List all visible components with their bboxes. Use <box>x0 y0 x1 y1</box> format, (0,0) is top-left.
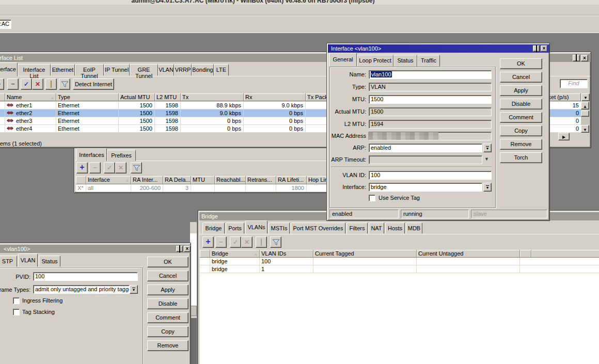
bridge-enable-button[interactable]: ✓ <box>230 236 241 248</box>
dialog-apply-button[interactable]: Apply <box>500 85 542 96</box>
name-field[interactable]: vlan100 <box>369 70 492 79</box>
bridge-tab-port-mst-overrides[interactable]: Port MST Overrides <box>291 223 345 234</box>
arp-select[interactable]: enabled <box>369 144 482 152</box>
dialog-tab-traffic[interactable]: Traffic <box>417 55 440 67</box>
bridge-filter-button[interactable] <box>270 236 281 248</box>
port-dialog-titlebar[interactable]: <vlan100> <box>0 245 191 253</box>
frame-types-select[interactable]: admit only untagged and priority tagged <box>33 285 130 294</box>
dialog-tab-loop-protect[interactable]: Loop Protect <box>357 55 393 67</box>
interface-dropdown-button[interactable]: ▼ <box>483 183 492 192</box>
il-comment-button[interactable] <box>45 78 57 90</box>
connect-address-field[interactable]: 7:AC <box>0 20 11 29</box>
il-tab-vlan[interactable]: VLAN <box>158 64 174 76</box>
nd-table-row[interactable]: X* all 200-600 3 1800 <box>76 184 360 192</box>
il-tab-bonding[interactable]: Bonding <box>192 64 214 76</box>
close-button[interactable]: × <box>581 55 588 61</box>
il-header-flags[interactable] <box>0 93 5 101</box>
vscroll-thumb[interactable] <box>581 110 589 117</box>
maximize-button[interactable] <box>573 55 580 61</box>
il-header-tx[interactable]: Tx <box>181 93 244 101</box>
il-header-type[interactable]: Type <box>56 93 119 101</box>
mtu-field[interactable]: 1500 <box>369 95 492 104</box>
hscroll-right-button[interactable]: ▶ <box>558 133 570 140</box>
arp-dropdown-button[interactable]: ▼ <box>483 144 492 152</box>
maximize-button[interactable] <box>533 45 540 52</box>
bridge-tab-mstis[interactable]: MSTIs <box>269 223 290 234</box>
il-tab-ip-tunnel[interactable]: IP Tunnel <box>104 64 130 76</box>
bridge-disable-button[interactable]: ✕ <box>241 236 253 248</box>
dialog-ok-button[interactable]: OK <box>500 58 542 69</box>
port-copy-button[interactable]: Copy <box>147 326 188 337</box>
il-tab-vrrp[interactable]: VRRP <box>174 64 192 76</box>
nd-tab-prefixes[interactable]: Prefixes <box>107 150 136 161</box>
nd-header-flags[interactable] <box>76 176 86 184</box>
port-comment-button[interactable]: Comment <box>147 312 188 323</box>
close-button[interactable]: × <box>541 45 547 52</box>
nd-header-reachable[interactable]: Reachabl... <box>215 176 246 184</box>
dialog-disable-button[interactable]: Disable <box>500 99 542 109</box>
port-tab-status[interactable]: Status <box>39 256 60 267</box>
bridge-tab-ports[interactable]: Ports <box>226 223 244 234</box>
frame-types-dropdown-button[interactable]: ▼ <box>130 285 138 294</box>
port-tab-vlan[interactable]: VLAN <box>18 254 38 267</box>
bridge-comment-button[interactable] <box>256 236 267 248</box>
dialog-torch-button[interactable]: Torch <box>500 152 542 163</box>
il-header-l2-mtu[interactable]: L2 MTU <box>155 93 181 101</box>
find-input[interactable]: Find <box>560 79 588 88</box>
arp-timeout-dropdown-icon[interactable]: ▼ <box>484 156 492 164</box>
vlan-id-field[interactable]: 100 <box>369 171 492 180</box>
nd-header-ra-interval[interactable]: RA Inter... <box>131 176 163 184</box>
pvid-field[interactable]: 100 <box>33 272 138 281</box>
il-tab-interface[interactable]: Interface <box>0 62 18 76</box>
port-ok-button[interactable]: OK <box>147 257 188 267</box>
close-button[interactable]: × <box>184 246 191 252</box>
nd-header-mtu[interactable]: MTU <box>191 176 215 184</box>
ingress-filtering-checkbox[interactable] <box>13 297 20 304</box>
detect-internet-button[interactable]: Detect Internet <box>73 78 114 90</box>
bridge-tab-filters[interactable]: Filters <box>346 223 368 234</box>
dialog-copy-button[interactable]: Copy <box>500 125 542 136</box>
nd-header-interface[interactable]: Interface ▲ <box>86 176 131 184</box>
dialog-tab-status[interactable]: Status <box>393 55 417 67</box>
nd-remove-button[interactable]: − <box>89 162 101 173</box>
bridge-header-current-untagged[interactable]: Current Untagged <box>417 250 520 258</box>
nd-filter-button[interactable] <box>131 162 142 173</box>
use-service-tag-checkbox[interactable] <box>369 195 375 201</box>
il-tab-ethernet[interactable]: Ethernet <box>51 64 75 76</box>
dialog-remove-button[interactable]: Remove <box>500 139 542 150</box>
nd-header-ra-lifetime[interactable]: RA Lifeti... <box>276 176 307 184</box>
dialog-comment-button[interactable]: Comment <box>500 112 542 123</box>
il-add-dropdown-button[interactable]: ▼ <box>0 78 4 90</box>
dialog-tab-general[interactable]: General <box>329 53 357 67</box>
bridge-remove-button[interactable]: − <box>215 236 227 248</box>
maximize-button[interactable] <box>176 246 183 252</box>
bridge-tab-mdb[interactable]: MDB <box>406 223 422 234</box>
nd-enable-button[interactable]: ✓ <box>104 162 115 173</box>
bridge-header-empty-narrow[interactable] <box>520 250 531 258</box>
nd-add-button[interactable]: + <box>76 162 88 173</box>
bridge-header-empty-filler[interactable] <box>531 250 599 258</box>
bridge-tab-hosts[interactable]: Hosts <box>385 223 405 234</box>
nd-tab-interfaces[interactable]: Interfaces <box>76 148 107 161</box>
il-tab-interface-list[interactable]: Interface List <box>18 64 51 76</box>
dialog-titlebar[interactable]: Interface <vlan100> <box>328 44 549 53</box>
bridge-header-bridge[interactable]: Bridge ▲ <box>210 250 260 258</box>
il-tab-eoip-tunnel[interactable]: EoIP Tunnel <box>75 64 104 76</box>
bridge-tab-vlans[interactable]: VLANs <box>245 220 267 234</box>
port-remove-button[interactable]: Remove <box>147 340 188 351</box>
bridge-tab-bridge[interactable]: Bridge <box>202 223 225 234</box>
bridge-header-vlan-ids[interactable]: VLAN IDs <box>260 250 313 258</box>
il-disable-button[interactable]: ✕ <box>32 78 43 90</box>
port-disable-button[interactable]: Disable <box>147 298 188 309</box>
interface-select[interactable]: bridge <box>369 183 482 192</box>
il-header-name[interactable]: Name ▲ <box>5 93 56 101</box>
il-remove-button[interactable]: − <box>7 78 19 90</box>
il-header-rx[interactable]: Rx <box>244 93 306 101</box>
bridge-header-current-tagged[interactable]: Current Tagged <box>313 250 417 258</box>
dialog-cancel-button[interactable]: Cancel <box>500 72 542 83</box>
il-header-actual-mtu[interactable]: Actual MTU <box>119 93 155 101</box>
tag-stacking-checkbox[interactable] <box>13 309 20 315</box>
port-cancel-button[interactable]: Cancel <box>147 271 188 281</box>
port-apply-button[interactable]: Apply <box>147 284 188 295</box>
il-enable-button[interactable]: ✓ <box>21 78 32 90</box>
